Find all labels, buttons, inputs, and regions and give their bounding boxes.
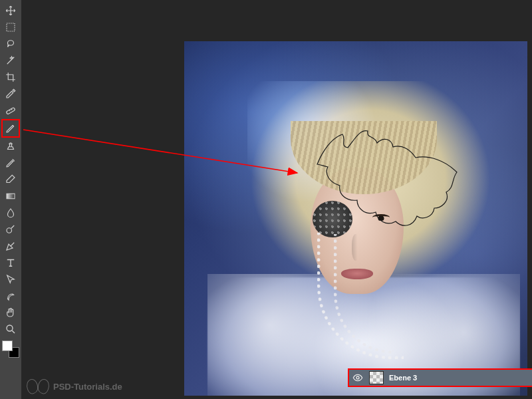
clone-stamp-tool[interactable]	[3, 138, 19, 154]
healing-brush-tool[interactable]	[3, 102, 19, 118]
dodge-tool[interactable]	[3, 221, 19, 237]
color-swatches[interactable]	[2, 340, 19, 358]
zoom-tool[interactable]	[3, 321, 19, 337]
crop-tool[interactable]	[3, 69, 19, 85]
eraser-tool[interactable]	[3, 172, 19, 188]
watermark-text: PSD-Tutorials.de	[53, 382, 122, 392]
svg-point-7	[356, 376, 359, 379]
brush-tool[interactable]	[1, 119, 20, 138]
hand-tool[interactable]	[3, 305, 19, 321]
type-tool[interactable]	[3, 255, 19, 271]
watermark-butterfly-icon	[27, 378, 49, 395]
layer-row-active[interactable]: Ebene 3	[348, 368, 532, 387]
foreground-color-swatch[interactable]	[2, 340, 13, 351]
eyedropper-tool[interactable]	[3, 86, 19, 102]
layer-thumbnail[interactable]	[369, 371, 384, 384]
svg-point-4	[7, 325, 13, 331]
marquee-tool[interactable]	[3, 19, 19, 35]
history-brush-tool[interactable]	[3, 155, 19, 171]
gradient-tool[interactable]	[3, 188, 19, 204]
layer-visibility-icon[interactable]	[352, 372, 364, 384]
path-selection-tool[interactable]	[3, 271, 19, 287]
blur-tool[interactable]	[3, 205, 19, 221]
move-tool[interactable]	[3, 3, 19, 19]
document-canvas[interactable]	[184, 41, 527, 396]
image-eye-patch	[313, 201, 352, 237]
svg-rect-0	[7, 23, 15, 31]
image-right-eye	[372, 214, 390, 221]
pen-tool[interactable]	[3, 238, 19, 254]
canvas-area: Ebene 3 PSD-Tutorials.de	[21, 0, 532, 399]
tools-panel	[0, 0, 21, 399]
watermark: PSD-Tutorials.de	[27, 378, 122, 395]
lasso-tool[interactable]	[3, 36, 19, 52]
svg-point-3	[7, 228, 12, 233]
layer-name-label[interactable]: Ebene 3	[389, 374, 417, 382]
magic-wand-tool[interactable]	[3, 53, 19, 68]
svg-rect-2	[7, 194, 15, 199]
svg-rect-1	[6, 107, 15, 114]
shape-tool[interactable]	[3, 288, 19, 304]
